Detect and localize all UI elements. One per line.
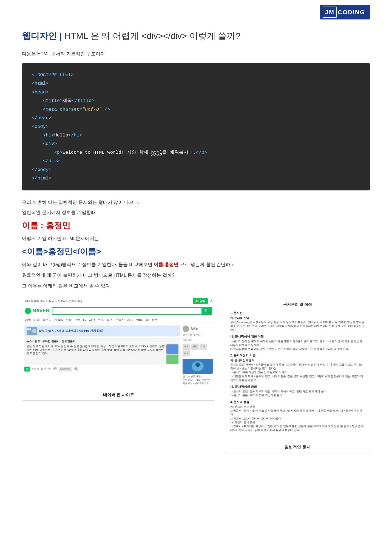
naver-search-bar[interactable]: 🔍 xyxy=(52,307,212,315)
page-header: JM CODING xyxy=(22,0,370,22)
doc-preview: 문서관리 및 작성 1. 문서란 가. 문서의 개념 문서(Document)란… xyxy=(225,297,370,453)
naver-logo-icon xyxy=(25,308,31,314)
naver-side-image xyxy=(183,359,213,374)
stat-follow: 팔로 101 xyxy=(183,333,192,337)
doc-section-title-4: 나. 문서작성의 방법 xyxy=(230,384,365,389)
nav-item-realestate[interactable]: 부동산 xyxy=(115,318,124,322)
nav-bottom-economy[interactable]: 경제여행 xyxy=(41,367,51,372)
naver-logo-box: NAVER xyxy=(25,307,50,315)
naver-side-stats: 팔로 101 팔로어 1 입다이씩 xyxy=(183,333,213,342)
nav-item-tv[interactable]: TV xyxy=(83,318,86,322)
doc-section-1: 1. 문서란 가. 문서의 개념 문서(Document)란 작성자들의 사상,… xyxy=(230,311,365,332)
nav-item-stocks[interactable]: 증권 xyxy=(107,318,113,322)
doc-section-4: 나. 문서작성의 방법 1) 문서의 도입 - 문서의 목적 내는 시작이 되어… xyxy=(230,384,365,398)
naver-preview-inner: 어니 벌빡이 팬대로 직 사진전 PC로 손쉬운 이동 🔔 알림 ✕ NAVER… xyxy=(22,297,215,387)
doc-section-title-3: 2. 문서작성의 기본 xyxy=(230,353,365,358)
doc-caption: 일반적인 문서 xyxy=(225,442,370,453)
naver-side-profile: 홍정님 xyxy=(183,325,213,332)
news-thumb-1 xyxy=(166,344,178,354)
tag-example-intro: 이렇게 기입 하지만 HTML문서에서는 xyxy=(22,235,370,242)
body-text1: 이와 같이 태그(tag)방식으로 정보를 기입한다. 둘을 비교해보면 이름:… xyxy=(22,261,370,269)
naver-bottom-nav: 홈 스포츠 경제여행 영화 MVIBE록 게임 xyxy=(24,367,180,372)
nav-item-mail[interactable]: 메일 xyxy=(25,318,31,322)
nav-item-webtoon[interactable]: 웹툰 xyxy=(152,318,158,322)
code-line-5: <meta charset="utf-8" /> xyxy=(32,105,360,114)
nav-item-shopping[interactable]: 쇼핑 xyxy=(66,318,72,322)
side-icon-more[interactable]: 더보 xyxy=(183,350,190,356)
code-line-6: </head> xyxy=(32,114,360,122)
nav-item-map[interactable]: 지도 xyxy=(127,318,133,322)
code-line-1: <!DOCTYPE html> xyxy=(32,71,360,79)
nav-bottom-game[interactable]: 게임 xyxy=(73,367,78,372)
naver-caption: 네이버 웹 사이트 xyxy=(22,389,215,400)
side-text-line2: 무역 10만 · 기술 · 이두미 · 기술주신 · 신뢰소재기기 xyxy=(183,378,213,385)
naver-banner: 말도 안되지만 새벽 1시까지 iPad Pro 전원 증정 xyxy=(24,325,180,336)
side-icon-cafe[interactable]: 카페 xyxy=(200,344,207,350)
code-line-3: <head> xyxy=(32,88,360,96)
doc-section-subtitle-3a: 가. 문서작성의 원칙 xyxy=(230,358,365,363)
code-block: <!DOCTYPE html> <html> <head> <title>제목<… xyxy=(22,63,370,190)
comparison-intro2: 일반적인 문서에서 정보를 기입할때 xyxy=(22,209,370,216)
svg-rect-1 xyxy=(27,328,31,330)
code-line-9: <div> xyxy=(32,139,360,148)
nav-item-dict[interactable]: 사전 xyxy=(89,318,95,322)
naver-bar-close[interactable]: ✕ xyxy=(210,298,213,304)
nav-bottom-sports[interactable]: 스포츠 xyxy=(32,367,39,372)
doc-section-title-1: 1. 문서란 xyxy=(230,311,365,315)
naver-side-name: 홍정님 xyxy=(190,327,198,331)
name-label: 이름 : 홍정민 xyxy=(22,219,370,232)
tag-example: <이름>홍정민</이름> xyxy=(22,245,370,258)
doc-section-content-4: 1) 문서의 도입 - 문서의 목적 내는 시작이 되어야 하고, 관련 자료 … xyxy=(230,390,365,398)
inline-highlight: 이름:홍정민 xyxy=(154,262,179,267)
code-line-12: </body> xyxy=(32,165,360,174)
naver-main: 말도 안되지만 새벽 1시까지 iPad Pro 전원 증정 뉴스스탠드 · 구… xyxy=(24,325,180,385)
nav-item-vibe[interactable]: VIBE xyxy=(136,318,143,322)
code-line-2: <html> xyxy=(32,79,360,88)
nav-item-news[interactable]: 뉴스 xyxy=(98,318,104,322)
doc-section-content-1a: 문서(Document)란 작성자들의 사상,감정,의지 등의 의사를 문자 언… xyxy=(230,320,365,332)
doc-preview-inner: 문서관리 및 작성 1. 문서란 가. 문서의 개념 문서(Document)란… xyxy=(225,297,370,439)
title-main: HTML 은 왜 어렵게 <div></div> 이렇게 쓸까? xyxy=(64,31,241,41)
naver-header: NAVER 🔍 xyxy=(22,305,215,316)
title-prefix: 웹디자인 | xyxy=(22,31,62,41)
nav-item-book[interactable]: 책 xyxy=(146,318,149,322)
profile-avatar xyxy=(183,325,189,332)
code-line-4: <title>제목</title> xyxy=(32,96,360,105)
nav-item-pay[interactable]: Pay xyxy=(75,318,80,322)
side-icon-blog[interactable]: 블로 xyxy=(191,344,199,350)
naver-preview: 어니 벌빡이 팬대로 직 사진전 PC로 손쉬운 이동 🔔 알림 ✕ NAVER… xyxy=(22,297,215,401)
news-thumb-2 xyxy=(166,355,178,364)
news-header: 뉴스스탠드 · 구독한 언론사 · 전체언론사 xyxy=(26,339,178,343)
nav-bottom-film[interactable]: 영화 xyxy=(52,367,57,372)
naver-search-button[interactable]: 🔍 xyxy=(201,308,212,314)
page-title: 웹디자인 | HTML 은 왜 어렵게 <div></div> 이렇게 쓸까? xyxy=(22,30,370,42)
code-line-7: <body> xyxy=(32,122,360,131)
logo: JM CODING xyxy=(320,5,370,19)
nav-bottom-home[interactable]: 홈 xyxy=(24,367,30,372)
news-img-row: 물을 찾고 하던 대지고, 47% 될 입목 수 돌출 (단독) 대이터 할 이… xyxy=(26,344,178,364)
svg-point-5 xyxy=(195,362,200,367)
nav-item-jisik[interactable]: 지식iN xyxy=(54,318,63,322)
doc-section-title-2: 나. 문서작성에 대한 이해 xyxy=(230,334,365,339)
naver-content: 말도 안되지만 새벽 1시까지 iPad Pro 전원 증정 뉴스스탠드 · 구… xyxy=(22,324,215,387)
nav-item-cafe[interactable]: 카페 xyxy=(34,318,40,322)
naver-bar-btn[interactable]: 🔔 알림 xyxy=(193,298,208,304)
naver-news-box: 뉴스스탠드 · 구독한 언론사 · 전체언론사 물을 찾고 하던 대지고, 47… xyxy=(24,338,180,365)
doc-section-5: 4. 문서의 종류 가. 문서의 주요 유형1) 공문서 - 공적 사항에 특별… xyxy=(230,400,365,432)
nav-item-blog[interactable]: 블로그 xyxy=(42,318,52,322)
doc-section-content-3a: 문서는 모든 거에서 내가 들어 달성과 개론 표, 그 체험/기관/부서의 범… xyxy=(230,363,365,382)
doc-section-2: 나. 문서작성에 대한 이해 1) 문서작성이 잘 위해서 이해가 선행이 충분… xyxy=(230,334,365,351)
side-text-line1: 경기도 블루 동위 xyxy=(183,375,213,378)
naver-nav: 메일 카페 블로그 지식iN 쇼핑 Pay TV 사전 뉴스 증권 부동산 지도… xyxy=(22,316,215,324)
naver-search-input[interactable] xyxy=(52,308,201,314)
stat-follower: 팔로어 1 xyxy=(193,333,203,337)
news-thumbs xyxy=(166,344,178,364)
logo-coding: CODING xyxy=(338,7,365,17)
naver-bar-text: 어니 벌빡이 팬대로 직 사진전 PC로 손쉬운 이동 xyxy=(24,299,191,303)
code-line-10: <p>Welcome to HTML world! 저와 함께 html을 배워… xyxy=(32,148,360,157)
intro-text: 다음은 HTML 문서의 기본적인 구조이다. xyxy=(22,50,370,58)
news-content-block: 물을 찾고 하던 대지고, 47% 될 입목 수 돌출 (단독) 대이터 할 이… xyxy=(26,344,165,364)
side-icon-mail[interactable]: 메일 xyxy=(183,344,190,350)
nav-bottom-vibe2[interactable]: MVIBE록 xyxy=(59,367,72,372)
naver-side-icons: 메일 블로 카페 더보 xyxy=(183,344,213,356)
